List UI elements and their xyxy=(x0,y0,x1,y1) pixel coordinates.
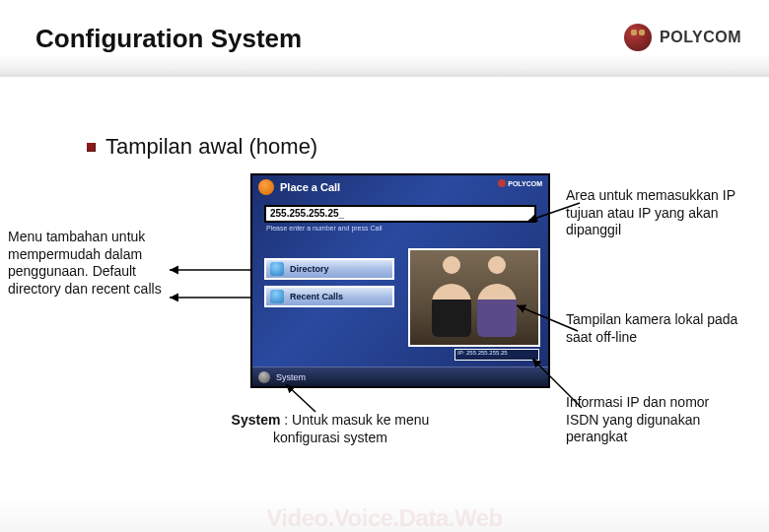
ip-input-caption: Please enter a number and press Call xyxy=(266,225,383,232)
slide-title: Configuration System xyxy=(35,24,302,54)
bullet-text: Tampilan awal (home) xyxy=(105,134,317,160)
device-brand-mini: POLYCOM xyxy=(498,179,542,187)
camera-preview xyxy=(408,248,540,347)
system-bar[interactable]: System xyxy=(252,366,548,386)
annotation-right-low: Informasi IP dan nomor ISDN yang digunak… xyxy=(566,394,743,446)
directory-label: Directory xyxy=(290,264,329,274)
bullet-item: Tampilan awal (home) xyxy=(87,134,317,160)
person-head-icon xyxy=(488,256,506,274)
brand-text: POLYCOM xyxy=(660,29,741,46)
system-bar-label: System xyxy=(276,372,306,382)
gear-icon xyxy=(258,371,270,383)
svg-line-5 xyxy=(286,384,315,412)
device-brand-mini-text: POLYCOM xyxy=(508,180,542,187)
polycom-icon xyxy=(624,24,652,51)
person-body-icon xyxy=(477,284,517,337)
polycom-mini-icon xyxy=(498,179,506,187)
arrow-icon xyxy=(166,262,254,301)
annotation-bottom-rest: : Untuk masuk ke menu konfigurasi system xyxy=(273,412,429,445)
directory-icon xyxy=(270,262,284,276)
ip-info-box: IP: 255.255.255.25 xyxy=(454,349,539,361)
person-head-icon xyxy=(443,256,460,274)
annotation-bottom-label: System xyxy=(232,412,281,428)
bullet-icon xyxy=(87,143,96,152)
device-header: Place a Call POLYCOM xyxy=(252,175,548,199)
annotation-left: Menu tambahan untuk mempermudah dalam pe… xyxy=(8,229,166,298)
brand-logo: POLYCOM xyxy=(624,24,741,51)
directory-button[interactable]: Directory xyxy=(264,258,394,280)
annotation-top-right: Area untuk memasukkan IP tujuan atau IP … xyxy=(566,187,743,239)
recent-calls-icon xyxy=(270,290,284,303)
annotation-right-mid: Tampilan kamera lokal pada saat off-line xyxy=(566,311,743,346)
people-icon xyxy=(258,179,274,195)
annotation-bottom: System : Untuk masuk ke menu konfigurasi… xyxy=(227,412,434,446)
ip-input[interactable]: 255.255.255.25_ xyxy=(264,205,536,223)
recent-calls-button[interactable]: Recent Calls xyxy=(264,286,394,307)
footer-watermark: Video.Voice.Data.Web xyxy=(0,497,769,532)
recent-calls-label: Recent Calls xyxy=(290,292,343,301)
device-screenshot: Place a Call POLYCOM 255.255.255.25_ Ple… xyxy=(250,173,550,388)
device-header-label: Place a Call xyxy=(280,181,340,193)
slide-header: Configuration System POLYCOM xyxy=(0,0,769,77)
person-body-icon xyxy=(432,284,471,337)
